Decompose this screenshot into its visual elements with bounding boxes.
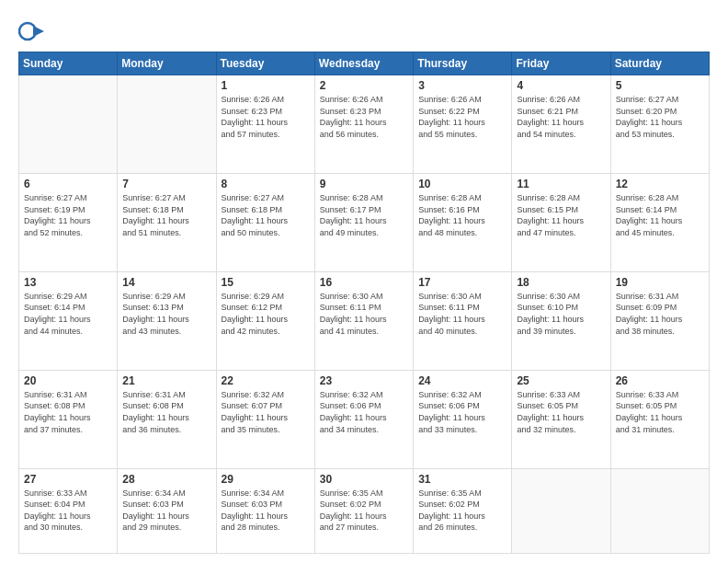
calendar-cell: 20Sunrise: 6:31 AM Sunset: 6:08 PM Dayli… <box>19 370 118 468</box>
col-header-friday: Friday <box>512 52 610 75</box>
cell-info: Sunrise: 6:31 AM Sunset: 6:09 PM Dayligh… <box>616 291 704 337</box>
day-number: 14 <box>122 276 210 289</box>
day-number: 3 <box>418 79 506 92</box>
calendar-cell: 1Sunrise: 6:26 AM Sunset: 6:23 PM Daylig… <box>216 75 314 174</box>
day-number: 31 <box>418 473 506 486</box>
cell-info: Sunrise: 6:34 AM Sunset: 6:03 PM Dayligh… <box>222 488 310 534</box>
calendar-cell: 23Sunrise: 6:32 AM Sunset: 6:06 PM Dayli… <box>314 370 413 468</box>
day-number: 30 <box>320 473 408 486</box>
day-number: 26 <box>616 374 704 387</box>
day-number: 24 <box>418 374 506 387</box>
calendar-cell: 16Sunrise: 6:30 AM Sunset: 6:11 PM Dayli… <box>314 271 413 370</box>
header <box>18 15 710 44</box>
calendar-cell: 5Sunrise: 6:27 AM Sunset: 6:20 PM Daylig… <box>610 75 709 174</box>
calendar-cell: 9Sunrise: 6:28 AM Sunset: 6:17 PM Daylig… <box>314 173 413 271</box>
day-number: 2 <box>320 79 408 92</box>
cell-info: Sunrise: 6:30 AM Sunset: 6:11 PM Dayligh… <box>320 291 408 337</box>
cell-info: Sunrise: 6:28 AM Sunset: 6:16 PM Dayligh… <box>418 192 506 238</box>
cell-info: Sunrise: 6:27 AM Sunset: 6:18 PM Dayligh… <box>222 192 310 238</box>
day-number: 28 <box>122 473 210 486</box>
cell-info: Sunrise: 6:30 AM Sunset: 6:10 PM Dayligh… <box>517 291 605 337</box>
cell-info: Sunrise: 6:32 AM Sunset: 6:06 PM Dayligh… <box>320 389 408 435</box>
calendar-cell: 3Sunrise: 6:26 AM Sunset: 6:22 PM Daylig… <box>414 75 512 174</box>
calendar-cell <box>512 468 610 553</box>
day-number: 7 <box>122 178 210 190</box>
cell-info: Sunrise: 6:29 AM Sunset: 6:12 PM Dayligh… <box>222 291 310 337</box>
col-header-monday: Monday <box>118 52 216 75</box>
calendar-cell: 28Sunrise: 6:34 AM Sunset: 6:03 PM Dayli… <box>118 468 216 553</box>
calendar-cell: 10Sunrise: 6:28 AM Sunset: 6:16 PM Dayli… <box>414 173 512 271</box>
cell-info: Sunrise: 6:28 AM Sunset: 6:15 PM Dayligh… <box>517 192 605 238</box>
day-number: 5 <box>616 79 704 92</box>
day-number: 9 <box>320 178 408 190</box>
col-header-thursday: Thursday <box>414 52 512 75</box>
page: SundayMondayTuesdayWednesdayThursdayFrid… <box>0 0 728 563</box>
col-header-wednesday: Wednesday <box>314 52 413 75</box>
calendar-cell: 22Sunrise: 6:32 AM Sunset: 6:07 PM Dayli… <box>216 370 314 468</box>
cell-info: Sunrise: 6:26 AM Sunset: 6:21 PM Dayligh… <box>517 94 605 140</box>
cell-info: Sunrise: 6:33 AM Sunset: 6:05 PM Dayligh… <box>517 389 605 435</box>
cell-info: Sunrise: 6:31 AM Sunset: 6:08 PM Dayligh… <box>122 389 210 435</box>
calendar-cell: 7Sunrise: 6:27 AM Sunset: 6:18 PM Daylig… <box>118 173 216 271</box>
cell-info: Sunrise: 6:28 AM Sunset: 6:14 PM Dayligh… <box>616 192 704 238</box>
logo <box>18 18 48 44</box>
cell-info: Sunrise: 6:27 AM Sunset: 6:19 PM Dayligh… <box>24 192 112 238</box>
cell-info: Sunrise: 6:26 AM Sunset: 6:23 PM Dayligh… <box>222 94 310 140</box>
cell-info: Sunrise: 6:32 AM Sunset: 6:06 PM Dayligh… <box>418 389 506 435</box>
calendar-cell <box>610 468 709 553</box>
day-number: 15 <box>222 276 310 289</box>
day-number: 8 <box>222 178 310 190</box>
day-number: 23 <box>320 374 408 387</box>
calendar-cell: 4Sunrise: 6:26 AM Sunset: 6:21 PM Daylig… <box>512 75 610 174</box>
header-row: SundayMondayTuesdayWednesdayThursdayFrid… <box>19 52 710 75</box>
col-header-tuesday: Tuesday <box>216 52 314 75</box>
cell-info: Sunrise: 6:33 AM Sunset: 6:04 PM Dayligh… <box>24 488 112 534</box>
day-number: 12 <box>616 178 704 190</box>
day-number: 18 <box>517 276 605 289</box>
day-number: 27 <box>24 473 112 486</box>
day-number: 20 <box>24 374 112 387</box>
cell-info: Sunrise: 6:34 AM Sunset: 6:03 PM Dayligh… <box>122 488 210 534</box>
cell-info: Sunrise: 6:26 AM Sunset: 6:23 PM Dayligh… <box>320 94 408 140</box>
calendar-cell: 12Sunrise: 6:28 AM Sunset: 6:14 PM Dayli… <box>610 173 709 271</box>
calendar-cell: 30Sunrise: 6:35 AM Sunset: 6:02 PM Dayli… <box>314 468 413 553</box>
calendar-week-1: 1Sunrise: 6:26 AM Sunset: 6:23 PM Daylig… <box>19 75 710 174</box>
cell-info: Sunrise: 6:27 AM Sunset: 6:18 PM Dayligh… <box>122 192 210 238</box>
day-number: 6 <box>24 178 112 190</box>
col-header-sunday: Sunday <box>19 52 118 75</box>
calendar-cell: 11Sunrise: 6:28 AM Sunset: 6:15 PM Dayli… <box>512 173 610 271</box>
col-header-saturday: Saturday <box>610 52 709 75</box>
day-number: 4 <box>517 79 605 92</box>
logo-icon <box>18 18 44 44</box>
cell-info: Sunrise: 6:30 AM Sunset: 6:11 PM Dayligh… <box>418 291 506 337</box>
calendar-cell: 8Sunrise: 6:27 AM Sunset: 6:18 PM Daylig… <box>216 173 314 271</box>
cell-info: Sunrise: 6:35 AM Sunset: 6:02 PM Dayligh… <box>418 488 506 534</box>
day-number: 19 <box>616 276 704 289</box>
day-number: 1 <box>222 79 310 92</box>
calendar-cell: 6Sunrise: 6:27 AM Sunset: 6:19 PM Daylig… <box>19 173 118 271</box>
calendar-cell: 31Sunrise: 6:35 AM Sunset: 6:02 PM Dayli… <box>414 468 512 553</box>
day-number: 22 <box>222 374 310 387</box>
calendar-table: SundayMondayTuesdayWednesdayThursdayFrid… <box>18 52 710 554</box>
cell-info: Sunrise: 6:27 AM Sunset: 6:20 PM Dayligh… <box>616 94 704 140</box>
cell-info: Sunrise: 6:26 AM Sunset: 6:22 PM Dayligh… <box>418 94 506 140</box>
day-number: 21 <box>122 374 210 387</box>
calendar-week-4: 20Sunrise: 6:31 AM Sunset: 6:08 PM Dayli… <box>19 370 710 468</box>
calendar-cell: 24Sunrise: 6:32 AM Sunset: 6:06 PM Dayli… <box>414 370 512 468</box>
calendar-cell <box>19 75 118 174</box>
cell-info: Sunrise: 6:32 AM Sunset: 6:07 PM Dayligh… <box>222 389 310 435</box>
calendar-cell: 26Sunrise: 6:33 AM Sunset: 6:05 PM Dayli… <box>610 370 709 468</box>
day-number: 25 <box>517 374 605 387</box>
day-number: 11 <box>517 178 605 190</box>
calendar-week-3: 13Sunrise: 6:29 AM Sunset: 6:14 PM Dayli… <box>19 271 710 370</box>
svg-marker-1 <box>33 26 44 37</box>
calendar-cell: 18Sunrise: 6:30 AM Sunset: 6:10 PM Dayli… <box>512 271 610 370</box>
day-number: 17 <box>418 276 506 289</box>
cell-info: Sunrise: 6:31 AM Sunset: 6:08 PM Dayligh… <box>24 389 112 435</box>
calendar-cell: 21Sunrise: 6:31 AM Sunset: 6:08 PM Dayli… <box>118 370 216 468</box>
day-number: 29 <box>222 473 310 486</box>
cell-info: Sunrise: 6:28 AM Sunset: 6:17 PM Dayligh… <box>320 192 408 238</box>
calendar-cell: 15Sunrise: 6:29 AM Sunset: 6:12 PM Dayli… <box>216 271 314 370</box>
calendar-cell: 19Sunrise: 6:31 AM Sunset: 6:09 PM Dayli… <box>610 271 709 370</box>
calendar-cell <box>118 75 216 174</box>
